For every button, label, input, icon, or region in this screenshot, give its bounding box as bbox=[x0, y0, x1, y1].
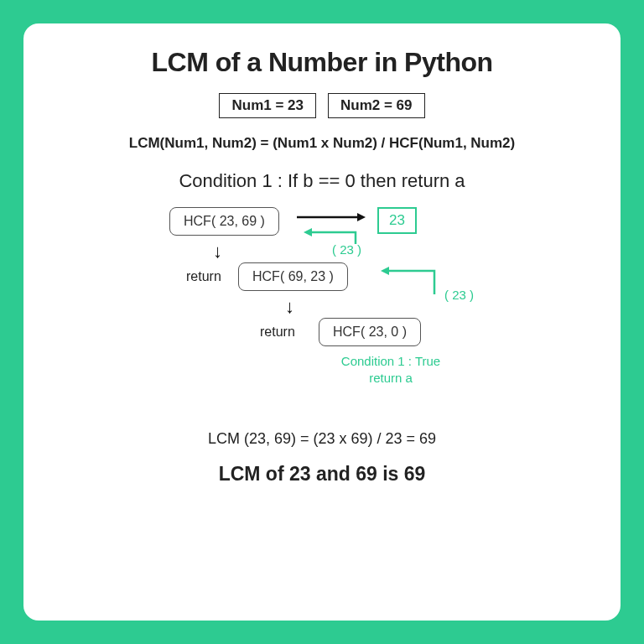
hcf-call-3: HCF( 23, 0 ) bbox=[319, 318, 421, 346]
svg-marker-3 bbox=[381, 267, 389, 275]
hcf-call-2: HCF( 69, 23 ) bbox=[238, 262, 348, 291]
recursion-diagram: HCF( 23, 69 ) 23 ( 23 ) ↓ return HCF( 69… bbox=[129, 207, 515, 417]
arrow-right-icon bbox=[297, 209, 372, 226]
page-title: LCM of a Number in Python bbox=[151, 47, 492, 78]
condition-text: Condition 1 : If b == 0 then return a bbox=[179, 170, 465, 192]
paren-23-a: ( 23 ) bbox=[332, 242, 361, 257]
calculation-line: LCM (23, 69) = (23 x 69) / 23 = 69 bbox=[208, 430, 436, 448]
input-numbers: Num1 = 23 Num2 = 69 bbox=[219, 93, 424, 118]
final-answer: LCM of 23 and 69 is 69 bbox=[219, 463, 426, 486]
arrow-down-2-icon: ↓ bbox=[285, 296, 294, 318]
return-label-2: return bbox=[260, 325, 295, 340]
return-label-1: return bbox=[186, 269, 221, 284]
num1-box: Num1 = 23 bbox=[219, 93, 316, 118]
paren-23-b: ( 23 ) bbox=[444, 288, 474, 302]
result-box: 23 bbox=[377, 207, 417, 234]
diagram-card: LCM of a Number in Python Num1 = 23 Num2… bbox=[23, 23, 621, 621]
svg-marker-1 bbox=[357, 213, 366, 221]
hcf-call-1: HCF( 23, 69 ) bbox=[169, 207, 279, 236]
svg-marker-2 bbox=[304, 228, 312, 236]
arrow-return-2-icon bbox=[381, 261, 448, 298]
lcm-formula: LCM(Num1, Num2) = (Num1 x Num2) / HCF(Nu… bbox=[129, 135, 515, 152]
num2-box: Num2 = 69 bbox=[328, 93, 425, 118]
arrow-down-1-icon: ↓ bbox=[213, 241, 222, 262]
condition-true-label: Condition 1 : True return a bbox=[324, 353, 458, 386]
